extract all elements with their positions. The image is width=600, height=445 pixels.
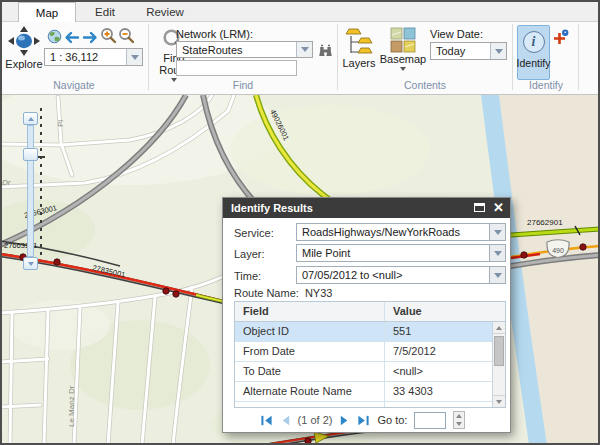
zoom-slider[interactable] [23, 112, 38, 270]
basemap-button[interactable]: Basemap [381, 27, 425, 71]
layers-button[interactable]: Layers [341, 27, 377, 69]
route-name-value: NY33 [305, 287, 333, 299]
up-arrow-icon [28, 117, 34, 121]
pagination-bar: (1 of 2) Go to: [223, 410, 502, 430]
goto-label: Go to: [377, 414, 407, 426]
zoom-in-icon[interactable] [99, 27, 117, 43]
field-cell: Object ID [235, 322, 385, 341]
table-row-partial [235, 402, 505, 408]
street-label: Le Manz Dr [67, 385, 76, 427]
chevron-down-icon [301, 47, 309, 52]
first-page-icon[interactable] [260, 414, 273, 427]
time-value: 07/05/2012 to <null> [297, 267, 489, 283]
street-label: Dr [2, 178, 11, 187]
scrollbar-down-button[interactable] [493, 395, 505, 407]
zoom-slider-thumb[interactable] [23, 148, 38, 161]
identify-route-crosshair-icon[interactable] [551, 29, 569, 45]
field-cell: Alternate Route Name [235, 382, 385, 401]
goto-page-input[interactable] [414, 412, 446, 429]
group-label-identify: Identify [513, 79, 579, 91]
time-label: Time: [234, 270, 261, 282]
forward-arrow-icon[interactable] [81, 29, 99, 45]
scale-value: 1 : 36,112 [45, 49, 126, 65]
tab-bar: Map Edit Review [0, 0, 600, 22]
route-name-line: Route Name: NY33 [234, 287, 332, 299]
scrollbar-up-button[interactable] [493, 322, 505, 334]
network-lrm-combobox[interactable]: StateRoutes [176, 41, 313, 58]
view-date-label: View Date: [430, 28, 483, 40]
route-name-label: Route Name: [234, 287, 299, 299]
zoom-slider-down-button[interactable] [23, 257, 38, 270]
spinner-up-icon [456, 414, 462, 418]
identify-icon-letter: i [532, 34, 536, 50]
maximize-icon[interactable] [474, 203, 485, 212]
value-cell: 551 [385, 322, 505, 341]
down-arrow-icon [28, 262, 34, 266]
route-input[interactable] [176, 60, 297, 76]
last-page-icon[interactable] [357, 414, 370, 427]
scale-dropdown-button[interactable] [126, 49, 142, 65]
identify-button[interactable]: i Identify [517, 25, 550, 80]
globe-icon[interactable] [45, 28, 63, 44]
next-page-icon[interactable] [339, 414, 350, 427]
network-lrm-label: Network (LRM): [176, 28, 253, 40]
layers-icon [345, 27, 373, 57]
layer-dropdown-button[interactable] [489, 245, 505, 261]
group-separator [148, 24, 149, 90]
explore-pan-icon [6, 26, 42, 58]
group-label-navigate: Navigate [0, 79, 148, 91]
street-label: Pl [56, 120, 65, 127]
chevron-down-icon [494, 230, 502, 235]
close-icon[interactable]: ✕ [493, 201, 504, 215]
service-dropdown-button[interactable] [489, 224, 505, 240]
explore-button[interactable]: Explore [4, 26, 44, 70]
table-header-row: Field Value [235, 302, 505, 322]
chevron-down-icon [494, 251, 502, 256]
time-dropdown-button[interactable] [489, 267, 505, 283]
table-row[interactable]: Alternate Route Name 33 4303 [235, 382, 505, 402]
zoom-slider-up-button[interactable] [23, 112, 38, 125]
dialog-titlebar[interactable]: Identify Results ✕ [223, 198, 510, 218]
tab-edit[interactable]: Edit [76, 2, 134, 22]
time-combobox[interactable]: 07/05/2012 to <null> [296, 266, 506, 284]
ribbon: Map Edit Review Explore [0, 0, 600, 95]
basemap-label: Basemap [380, 54, 426, 65]
previous-page-icon[interactable] [280, 414, 291, 427]
column-header-value: Value [385, 302, 505, 321]
scale-combobox[interactable]: 1 : 36,112 [44, 48, 143, 66]
chevron-down-icon [494, 273, 502, 278]
shield-label: 490 [552, 247, 564, 254]
scrollbar-thumb[interactable] [494, 336, 504, 366]
up-arrow-icon [496, 326, 502, 330]
route-shield-490: 490 [547, 240, 569, 258]
page-indicator: (1 of 2) [298, 414, 333, 426]
group-separator [578, 24, 579, 90]
zoom-out-icon[interactable] [117, 27, 135, 43]
binoculars-icon[interactable] [316, 43, 334, 59]
service-combobox[interactable]: RoadsHighways/NewYorkRoads [296, 223, 506, 241]
app-window: 490 27663001 27663101 27835001 49026001 … [0, 0, 600, 445]
layer-combobox[interactable]: Mile Point [296, 244, 506, 262]
identify-results-dialog: Identify Results ✕ Service: RoadsHighway… [222, 197, 511, 433]
table-row[interactable]: To Date <null> [235, 362, 505, 382]
network-lrm-value: StateRoutes [177, 42, 296, 57]
zoom-slider-track[interactable] [27, 125, 34, 257]
chevron-down-icon [495, 49, 503, 54]
table-row[interactable]: Object ID 551 [235, 322, 505, 342]
group-label-contents: Contents [338, 79, 512, 91]
view-date-dropdown-button[interactable] [490, 43, 506, 59]
value-cell: 33 4303 [385, 382, 505, 401]
down-arrow-icon [496, 400, 502, 404]
tab-review[interactable]: Review [134, 2, 196, 22]
zoom-slider-ticks [40, 108, 42, 256]
dialog-title: Identify Results [231, 202, 313, 214]
view-date-combobox[interactable]: Today [430, 42, 507, 60]
network-lrm-dropdown-button[interactable] [296, 42, 312, 57]
layer-label: Layer: [234, 248, 265, 260]
table-row[interactable]: From Date 7/5/2012 [235, 342, 505, 362]
goto-spinner[interactable] [453, 411, 465, 429]
table-scrollbar[interactable] [492, 322, 505, 407]
layers-label: Layers [342, 58, 375, 69]
back-arrow-icon[interactable] [63, 29, 81, 45]
tab-map[interactable]: Map [18, 2, 76, 22]
